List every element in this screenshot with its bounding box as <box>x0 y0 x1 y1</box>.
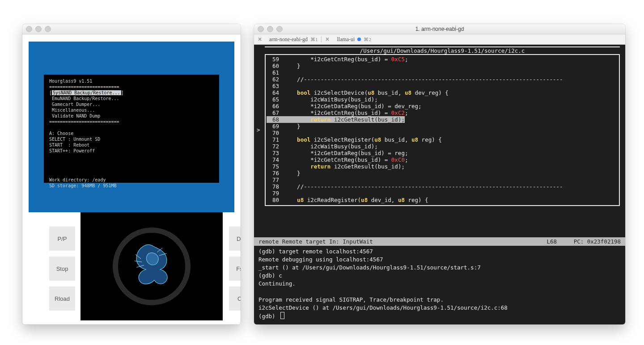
source-line: 80 u8 i2cReadRegister(u8 dev_id, u8 reg)… <box>267 197 614 203</box>
source-line: 74 *i2cGetCntReg(bus_id) = 0xC0; <box>267 156 614 163</box>
reload-button[interactable]: Rload <box>49 286 75 311</box>
console-line: Program received signal SIGTRAP, Trace/b… <box>258 296 621 304</box>
top-screen-area: Hourglass9 v1.51 =======================… <box>29 42 234 212</box>
tab-shortcut: ⌘2 <box>364 37 371 42</box>
console-line <box>258 288 621 296</box>
zoom-icon[interactable] <box>45 26 51 32</box>
source-line: 79 <box>267 190 614 197</box>
tab-label: llama-ui <box>337 36 355 43</box>
bottom-screen-area[interactable] <box>80 212 223 320</box>
terminal-window: 1. arm-none-eabi-gd ✕ arm-none-eabi-gd ⌘… <box>254 24 625 324</box>
source-line: 63 <box>267 83 614 89</box>
source-line: 61 <box>267 69 614 76</box>
gdb-console[interactable]: (gdb) target remote localhost:4567Remote… <box>254 246 625 324</box>
console-line: Remote debugging using localhost:4567 <box>258 256 621 264</box>
status-target: remote Remote target In: InputWait <box>258 238 373 245</box>
status-pc: PC: 0x23f02198 <box>574 238 621 245</box>
source-line: 76 } <box>267 170 614 177</box>
source-line: 67 *i2cGetCntReg(bus_id) = 0xC2; <box>267 109 614 116</box>
terminal-title: 1. arm-none-eabi-gd <box>254 26 625 32</box>
dragon-icon <box>125 237 178 291</box>
source-line: 78 //-----------------------------------… <box>267 183 614 190</box>
gdb-prompt[interactable]: (gdb) <box>258 312 621 320</box>
source-line: 62 //-----------------------------------… <box>267 76 614 83</box>
source-line: 70 <box>267 130 614 136</box>
console-line: _start () at /Users/gui/Downloads/Hourgl… <box>258 264 621 272</box>
play-pause-button[interactable]: P/P <box>49 227 75 251</box>
minimize-icon[interactable] <box>35 26 42 32</box>
emulator-window: Hourglass9 v1.51 =======================… <box>22 24 241 324</box>
console-line: (gdb) c <box>258 272 621 280</box>
console-line: Continuing. <box>258 280 621 288</box>
hourglass9-console: Hourglass9 v1.51 =======================… <box>44 75 219 183</box>
dirty-indicator-icon <box>357 38 361 41</box>
source-line: 60 } <box>267 63 614 69</box>
close-tab-icon[interactable]: ✕ <box>254 36 266 43</box>
stop-button[interactable]: Stop <box>49 257 75 281</box>
close-tab-icon[interactable]: ✕ <box>322 36 333 43</box>
tab-shortcut: ⌘1 <box>310 37 318 42</box>
source-file-path: /Users/gui/Downloads/Hourglass9-1.51/sou… <box>265 46 620 55</box>
tab-llama-ui[interactable]: llama-ui ⌘2 <box>333 36 374 43</box>
source-pane[interactable]: /Users/gui/Downloads/Hourglass9-1.51/sou… <box>254 45 625 237</box>
source-line: 64 bool i2cSelectDevice(u8 bus_id, u8 de… <box>267 89 614 96</box>
console-line: i2cSelectDevice () at /Users/gui/Downloa… <box>258 304 621 312</box>
source-line: 77 <box>267 177 614 183</box>
fullscreen-button[interactable]: Fscr <box>229 257 241 281</box>
source-line: 75 return i2cGetResult(bus_id); <box>267 163 614 170</box>
close-icon[interactable] <box>26 26 32 32</box>
source-line: 69 } <box>267 123 614 130</box>
source-line: 71 bool i2cSelectRegister(u8 bus_id, u8 … <box>267 136 614 143</box>
terminal-tabstrip: ✕ arm-none-eabi-gd ⌘1 ✕ llama-ui ⌘2 <box>254 34 625 45</box>
tab-arm-none-eabi-gd[interactable]: arm-none-eabi-gd ⌘1 <box>266 36 321 43</box>
source-code-box: 59 *i2cGetCntReg(bus_id) = 0xC5;60 }6162… <box>265 55 620 206</box>
gdb-status-bar: remote Remote target In: InputWait L68 P… <box>254 237 625 246</box>
source-line: 68 return i2cGetResult(bus_id); <box>267 116 614 123</box>
status-line: L68 <box>547 238 557 245</box>
tab-label: arm-none-eabi-gd <box>269 36 308 43</box>
source-line: 65 i2cWaitBusy(bus_id); <box>267 96 614 103</box>
source-line: 73 *i2cGetDataReg(bus_id) = reg; <box>267 150 614 156</box>
config-button[interactable]: Cfg <box>229 286 241 311</box>
emulator-titlebar[interactable] <box>22 24 241 34</box>
source-line: 66 *i2cGetDataReg(bus_id) = dev_reg; <box>267 103 614 109</box>
debug-button[interactable]: Dbg <box>229 227 241 251</box>
splash-ring <box>113 227 191 305</box>
source-line: 72 i2cWaitBusy(bus_id); <box>267 143 614 150</box>
source-line: 59 *i2cGetCntReg(bus_id) = 0xC5; <box>267 56 614 63</box>
console-line: (gdb) target remote localhost:4567 <box>258 248 621 256</box>
terminal-titlebar[interactable]: 1. arm-none-eabi-gd <box>254 24 625 34</box>
